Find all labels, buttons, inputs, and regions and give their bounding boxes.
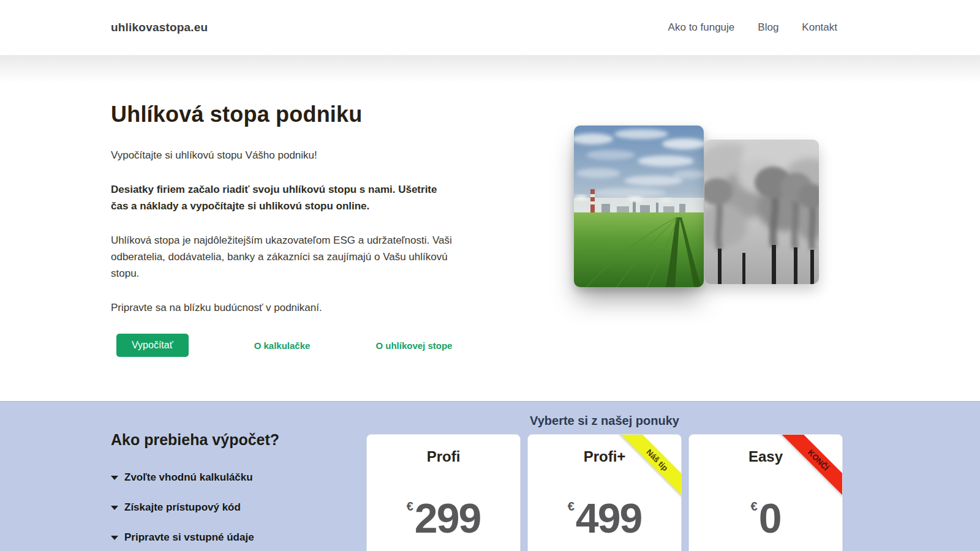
currency-symbol: € (751, 500, 758, 513)
about-calculator-link[interactable]: O kalkulačke (254, 340, 311, 351)
field-factory-image (574, 126, 704, 287)
hero-future-text: Pripravte sa na blízku budúcnosť v podni… (111, 299, 491, 316)
cta-row: Vypočítať O kalkulačke O uhlíkovej stope (116, 334, 452, 357)
process-block: Ako prebieha výpočet? Zvoľte vhodnú kalk… (111, 431, 279, 551)
smokestacks-image (704, 140, 819, 284)
hero-intro-text: Vypočítajte si uhlíkovú stopu Vášho podn… (111, 147, 491, 163)
hero-section: Uhlíková stopa podniku Vypočítajte si uh… (111, 102, 491, 316)
ribbon-corner: Náš tip (617, 434, 682, 499)
ribbon-konci: KONČÍ (778, 434, 843, 499)
plan-price: €299 (367, 494, 520, 542)
step-item-3[interactable]: Pripravte si vstupné údaje (111, 531, 279, 544)
ribbon-nas-tip: Náš tip (617, 434, 682, 499)
chevron-down-icon (111, 536, 118, 540)
plan-price: €499 (528, 494, 681, 542)
header: uhlikovastopa.eu Ako to funguje Blog Kon… (0, 0, 980, 55)
plan-card-profi-plus[interactable]: Profi+ €499 Náš tip (527, 434, 682, 551)
chevron-down-icon (111, 506, 118, 510)
header-shadow-gradient (0, 55, 980, 83)
plan-price: €0 (689, 494, 842, 542)
main-nav: Ako to funguje Blog Kontakt (668, 21, 837, 34)
plan-card-profi[interactable]: Profi €299 (366, 434, 521, 551)
step-item-1[interactable]: Zvoľte vhodnú kalkuláčku (111, 471, 279, 484)
about-footprint-link[interactable]: O uhlíkovej stope (375, 340, 452, 351)
process-steps: Zvoľte vhodnú kalkuláčku Získajte prístu… (111, 471, 279, 544)
hero-highlight-text: Desiatky firiem začalo riadiť svoju uhlí… (111, 181, 447, 214)
nav-item-kontakt[interactable]: Kontakt (802, 21, 837, 34)
plan-name: Profi (367, 448, 520, 465)
calculate-button[interactable]: Vypočítať (116, 334, 189, 357)
plan-card-easy[interactable]: Easy €0 KONČÍ (688, 434, 843, 551)
process-title: Ako prebieha výpočet? (111, 431, 279, 449)
site-logo[interactable]: uhlikovastopa.eu (111, 21, 208, 34)
nav-item-blog[interactable]: Blog (758, 21, 778, 34)
ribbon-corner: KONČÍ (778, 434, 843, 499)
chevron-down-icon (111, 476, 118, 480)
hero-esg-text: Uhlíková stopa je najdôležitejším ukazov… (111, 232, 478, 282)
currency-symbol: € (568, 500, 575, 513)
nav-item-ako-to-funguje[interactable]: Ako to funguje (668, 21, 735, 34)
step-item-2[interactable]: Získajte prístupový kód (111, 501, 279, 514)
currency-symbol: € (407, 500, 413, 513)
pricing-cards: Profi €299 Profi+ €499 Náš tip Easy €0 K… (366, 434, 843, 551)
offer-title: Vyberte si z našej ponuky (366, 414, 843, 428)
page-title: Uhlíková stopa podniku (111, 102, 491, 127)
offer-section: Vyberte si z našej ponuky Ako prebieha v… (0, 401, 980, 551)
